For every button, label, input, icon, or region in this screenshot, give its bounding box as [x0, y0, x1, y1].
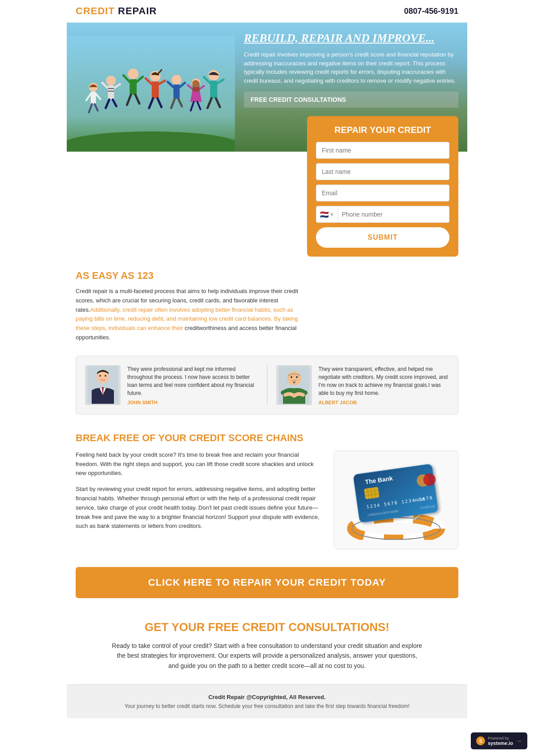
svg-point-9	[106, 76, 116, 85]
testimonial-2-name: ALBERT JACOB	[319, 400, 449, 405]
phone-flag[interactable]: 🇳🇱 ▼	[316, 207, 338, 222]
testimonial-2: They were transparent, effective, and he…	[276, 365, 449, 405]
phone-input[interactable]	[338, 206, 449, 222]
as-easy-prefix: AS EASY AS	[76, 270, 134, 281]
cta-button[interactable]: CLICK HERE TO REPAIR YOUR CREDIT TODAY	[76, 567, 458, 598]
break-free-content: Feeling held back by your credit score? …	[76, 450, 458, 549]
break-free-title: BREAK FREE OF YOUR CREDIT SCORE CHAINS	[76, 432, 458, 444]
form-title: REPAIR YOUR CREDIT	[316, 125, 449, 135]
free-consult-suffix: CREDIT CONSULTATIONS!	[239, 620, 389, 634]
break-free-text: Feeling held back by your credit score? …	[76, 450, 320, 538]
hero-title: REBUILD, REPAIR AND IMPROVE...	[244, 32, 458, 45]
svg-point-17	[128, 68, 138, 79]
site-header: CREDIT REPAIR 0807-456-9191	[67, 0, 467, 23]
avatar-john	[85, 365, 121, 405]
as-easy-title: AS EASY AS 123	[76, 270, 298, 281]
testimonial-2-text: They were transparent, effective, and he…	[319, 365, 449, 397]
footer-tagline: Your journey to better credit starts now…	[76, 703, 458, 709]
break-free-orange: BREAK FREE	[76, 432, 139, 443]
svg-point-53	[291, 376, 292, 378]
testimonials-section: They were professional and kept me infor…	[76, 356, 458, 414]
form-area: REPAIR YOUR CREDIT 🇳🇱 ▼ SUBMIT	[67, 116, 467, 257]
as-easy-number: 123	[137, 270, 154, 281]
testimonial-1-text: They were professional and kept me infor…	[127, 365, 258, 397]
break-free-para2: Start by reviewing your credit report fo…	[76, 485, 320, 531]
testimonial-1-name: JOHN SMITH	[127, 400, 258, 405]
testimonial-1: They were professional and kept me infor…	[85, 365, 258, 405]
easy-body-text: Credit repair is a multi-faceted process…	[76, 287, 298, 342]
break-free-para1: Feeling held back by your credit score? …	[76, 450, 320, 478]
free-consult-label: FREE CREDIT CONSULTATIONS	[244, 92, 458, 108]
svg-rect-18	[129, 79, 137, 95]
site-footer: Credit Repair @Copyrighted, All Reserved…	[67, 684, 467, 718]
logo-credit: CREDIT	[76, 5, 115, 16]
cta-section: CLICK HERE TO REPAIR YOUR CREDIT TODAY	[67, 558, 467, 607]
header-phone[interactable]: 0807-456-9191	[404, 7, 458, 16]
phone-field-row: 🇳🇱 ▼	[316, 206, 449, 223]
svg-point-54	[296, 376, 298, 378]
form-spacer	[307, 270, 458, 342]
free-consult-prefix: GET YOUR	[145, 620, 208, 634]
svg-point-30	[172, 75, 182, 84]
testimonial-1-content: They were professional and kept me infor…	[127, 365, 258, 405]
avatar-albert-svg	[279, 366, 310, 404]
break-free-rest: OF YOUR CREDIT SCORE CHAINS	[139, 432, 303, 443]
last-name-input[interactable]	[316, 163, 449, 180]
site-logo: CREDIT REPAIR	[76, 5, 157, 17]
avatar-albert	[276, 365, 312, 405]
hero-section: REBUILD, REPAIR AND IMPROVE... Credit re…	[67, 23, 467, 257]
logo-repair: REPAIR	[115, 5, 157, 16]
svg-point-50	[105, 375, 106, 377]
testimonial-2-content: They were transparent, effective, and he…	[319, 365, 449, 405]
easy-section: AS EASY AS 123 Credit repair is a multi-…	[67, 257, 467, 356]
free-consultation-section: GET YOUR FREE CREDIT CONSULTATIONS! Read…	[67, 607, 467, 684]
free-consult-body: Ready to take control of your credit? St…	[111, 641, 423, 671]
easy-left: AS EASY AS 123 Credit repair is a multi-…	[76, 270, 298, 342]
card-with-lifesaver: The Bank 1234 5678 1234 5678 CARDHOLDER …	[343, 460, 449, 540]
hero-description: Credit repair involves improving a perso…	[244, 50, 458, 85]
credit-card-illustration: The Bank 1234 5678 1234 5678 CARDHOLDER …	[334, 450, 458, 549]
email-input[interactable]	[316, 185, 449, 201]
first-name-input[interactable]	[316, 142, 449, 159]
svg-point-49	[99, 375, 101, 377]
testimonial-divider	[267, 365, 267, 405]
avatar-john-svg	[87, 366, 118, 404]
footer-copyright: Credit Repair @Copyrighted, All Reserved…	[76, 694, 458, 700]
submit-button[interactable]: SUBMIT	[316, 227, 449, 248]
free-consult-title: GET YOUR FREE CREDIT CONSULTATIONS!	[76, 620, 458, 634]
break-free-section: BREAK FREE OF YOUR CREDIT SCORE CHAINS F…	[67, 423, 467, 558]
repair-form: REPAIR YOUR CREDIT 🇳🇱 ▼ SUBMIT	[307, 116, 458, 257]
free-consult-free: FREE	[208, 620, 239, 634]
